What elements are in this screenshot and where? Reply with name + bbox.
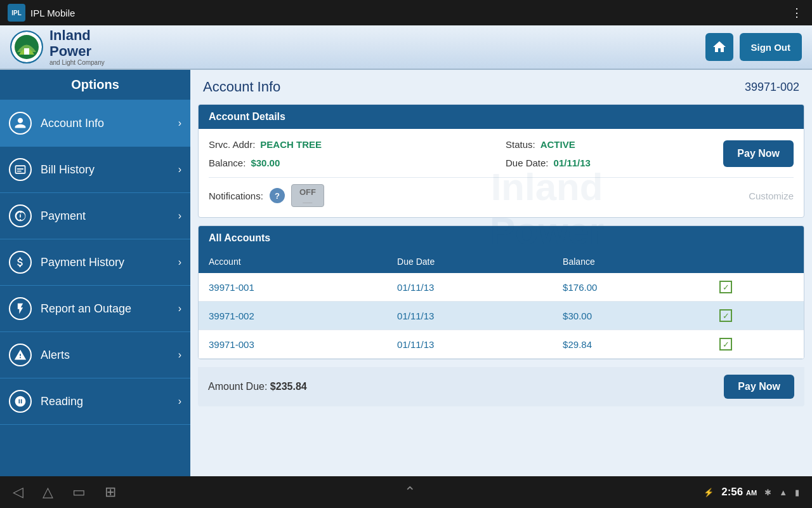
account-number-display: 39971-002 <box>745 81 799 94</box>
details-left: Srvc. Addr: PEACH TREE Balance: $30.00 <box>209 139 497 168</box>
logo-circle <box>10 30 43 64</box>
account-003: 39971-003 <box>199 330 387 359</box>
sidebar-item-payment[interactable]: Payment › <box>0 193 190 239</box>
balance-002: $30.00 <box>553 302 709 330</box>
content-area: Account Info 39971-002 Account Details S… <box>190 70 812 476</box>
sidebar-item-alerts[interactable]: Alerts › <box>0 332 190 378</box>
status-bar-menu-icon[interactable]: ⋮ <box>791 6 804 20</box>
gauge-icon <box>14 395 27 408</box>
pay-now-footer-button[interactable]: Pay Now <box>724 375 794 399</box>
time-display: 2:56 AM <box>721 486 757 498</box>
bottom-center-icon: ⌃ <box>404 484 416 500</box>
header: InlandPower and Light Company Sign Out <box>0 25 812 70</box>
report-outage-icon <box>9 297 32 320</box>
due-date-001: 01/11/13 <box>387 273 553 302</box>
sidebar-item-payment-history[interactable]: Payment History › <box>0 239 190 286</box>
check-001: ✓ <box>709 273 804 302</box>
status-value: ACTIVE <box>540 139 575 150</box>
dollar-icon <box>14 210 27 222</box>
logo-svg <box>14 34 39 60</box>
recent-apps-button[interactable]: ▭ <box>72 484 86 500</box>
sidebar-label-reading: Reading <box>41 395 178 408</box>
notifications-label: Notifications: <box>209 190 263 201</box>
sidebar-arrow-bill-history: › <box>178 164 181 175</box>
sidebar-arrow-reading: › <box>178 396 181 407</box>
sidebar-label-bill-history: Bill History <box>41 163 178 177</box>
payment-icon <box>9 204 32 227</box>
table-row[interactable]: 39971-003 01/11/13 $29.84 ✓ <box>199 330 804 359</box>
account-details-header: Account Details <box>199 105 804 129</box>
sidebar-arrow-report-outage: › <box>178 303 181 314</box>
content-title: Account Info <box>203 79 280 95</box>
payment-history-icon <box>9 251 32 274</box>
notifications-row: Notifications: ? OFF ___ Customize <box>209 177 794 207</box>
sidebar: Options Account Info › Bill History › <box>0 70 190 476</box>
all-accounts-card: All Accounts Account Due Date Balance 39… <box>198 225 804 359</box>
home-button[interactable] <box>705 33 733 61</box>
content-header: Account Info 39971-002 <box>190 70 812 104</box>
battery-icon: ▮ <box>795 488 799 497</box>
usb-icon: ⚡ <box>704 488 714 497</box>
sidebar-item-report-outage[interactable]: Report an Outage › <box>0 286 190 332</box>
table-row[interactable]: 39971-001 01/11/13 $176.00 ✓ <box>199 273 804 302</box>
balance-row: Balance: $30.00 <box>209 157 497 168</box>
nav-icons-left: ◁ △ ▭ ⊞ <box>13 484 116 500</box>
bottom-right-status: ⚡ 2:56 AM ✱ ▲ ▮ <box>704 486 799 498</box>
sidebar-label-payment: Payment <box>41 210 178 223</box>
table-body: 39971-001 01/11/13 $176.00 ✓ 39971-002 0… <box>199 273 804 359</box>
signout-button[interactable]: Sign Out <box>740 33 802 61</box>
sidebar-item-reading[interactable]: Reading › <box>0 378 190 425</box>
sidebar-title: Options <box>0 70 190 100</box>
sidebar-item-bill-history[interactable]: Bill History › <box>0 147 190 193</box>
main-layout: Options Account Info › Bill History › <box>0 70 812 476</box>
account-002: 39971-002 <box>199 302 387 330</box>
bottom-bar: ◁ △ ▭ ⊞ ⌃ ⚡ 2:56 AM ✱ ▲ ▮ <box>0 476 812 508</box>
wifi-icon: ▲ <box>779 488 787 497</box>
due-date-002: 01/11/13 <box>387 302 553 330</box>
nav-home-button[interactable]: △ <box>43 484 53 500</box>
balance-label: Balance: <box>209 157 246 168</box>
logo-container: InlandPower and Light Company <box>10 28 105 65</box>
receipt-icon <box>14 163 27 176</box>
logo-subtext: and Light Company <box>49 59 105 66</box>
app-icon: IPL <box>8 4 25 22</box>
lightning-icon <box>14 302 27 315</box>
checkbox-icon-003: ✓ <box>719 338 732 351</box>
account-details-body: Srvc. Addr: PEACH TREE Balance: $30.00 S… <box>199 129 804 217</box>
sidebar-arrow-payment: › <box>178 210 181 222</box>
due-date-003: 01/11/13 <box>387 330 553 359</box>
sidebar-arrow-payment-history: › <box>178 257 181 268</box>
sidebar-label-account-info: Account Info <box>41 117 178 130</box>
table-head: Account Due Date Balance <box>199 250 804 273</box>
col-account: Account <box>199 250 387 273</box>
account-info-icon <box>9 112 32 135</box>
app-title: IPL Mobile <box>30 8 75 18</box>
alerts-icon <box>9 344 32 366</box>
sidebar-label-report-outage: Report an Outage <box>41 302 178 316</box>
all-accounts-header: All Accounts <box>199 226 804 250</box>
account-001: 39971-001 <box>199 273 387 302</box>
svg-rect-1 <box>24 48 29 55</box>
notifications-toggle[interactable]: OFF ___ <box>291 184 324 207</box>
dollar-circle-icon <box>14 256 27 269</box>
pay-now-button[interactable]: Pay Now <box>723 140 794 167</box>
sidebar-arrow-alerts: › <box>178 349 181 361</box>
warning-icon <box>14 349 27 361</box>
svc-addr-value: PEACH TREE <box>260 139 322 150</box>
col-due-date: Due Date <box>387 250 553 273</box>
col-balance: Balance <box>553 250 709 273</box>
due-date-value: 01/11/13 <box>554 157 591 168</box>
help-icon[interactable]: ? <box>270 188 285 203</box>
bluetooth-icon: ✱ <box>764 488 771 497</box>
customize-button[interactable]: Customize <box>749 190 794 201</box>
back-button[interactable]: ◁ <box>13 484 23 500</box>
svc-addr-row: Srvc. Addr: PEACH TREE <box>209 139 497 150</box>
balance-value: $30.00 <box>251 157 280 168</box>
sidebar-item-account-info[interactable]: Account Info › <box>0 100 190 147</box>
status-bar-left: IPL IPL Mobile <box>8 4 75 22</box>
balance-001: $176.00 <box>553 273 709 302</box>
menu-button[interactable]: ⊞ <box>105 484 116 500</box>
table-row[interactable]: 39971-002 01/11/13 $30.00 ✓ <box>199 302 804 330</box>
reading-icon <box>9 390 32 413</box>
amount-due-display: Amount Due: $235.84 <box>208 381 307 392</box>
